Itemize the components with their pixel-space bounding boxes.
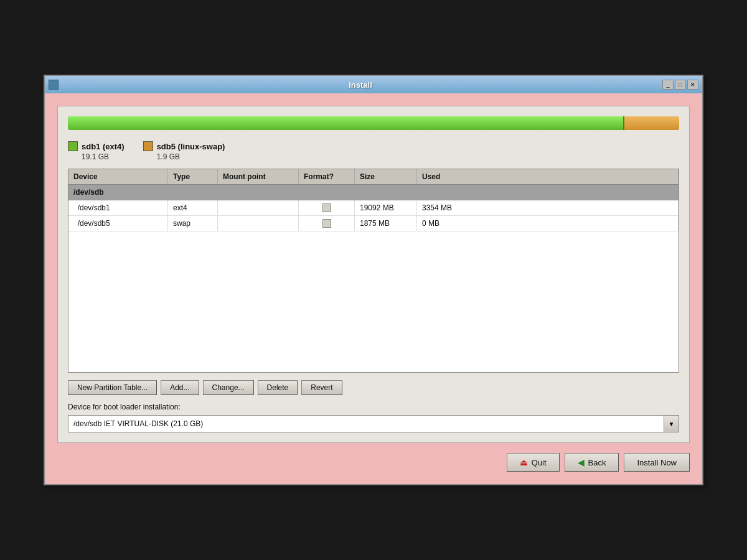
td-format-sdb5[interactable] (299, 216, 355, 231)
screen: Install _ □ ✕ sdb (31, 37, 716, 523)
bootloader-dropdown-arrow[interactable]: ▼ (664, 416, 679, 432)
revert-button[interactable]: Revert (301, 380, 342, 395)
legend-label-swap: sdb5 (linux-swap) (157, 142, 225, 151)
back-button[interactable]: ◀ Back (565, 453, 619, 472)
col-size: Size (355, 169, 417, 184)
table-header: Device Type Mount point Format? Size Use… (68, 169, 679, 185)
format-checkbox-sdb1[interactable] (322, 203, 331, 212)
bootloader-label: Device for boot loader installation: (68, 403, 679, 411)
add-button[interactable]: Add... (161, 380, 199, 395)
td-mount-sdb5 (218, 216, 299, 231)
titlebar: Install _ □ ✕ (45, 76, 702, 93)
main-content: sdb1 (ext4) 19.1 GB sdb5 (linux-swap) 1.… (57, 106, 690, 443)
quit-icon: ⏏ (520, 457, 528, 467)
td-used-sdb1: 3354 MB (417, 200, 679, 215)
col-device: Device (68, 169, 168, 184)
partition-legend: sdb1 (ext4) 19.1 GB sdb5 (linux-swap) 1.… (68, 141, 679, 161)
install-now-button[interactable]: Install Now (624, 453, 690, 472)
legend-item-ext4: sdb1 (ext4) 19.1 GB (68, 141, 125, 161)
table-row[interactable]: /dev/sdb1 ext4 19092 MB 3354 MB (68, 200, 679, 216)
td-type-sdb1: ext4 (168, 200, 218, 215)
partition-bar-swap (624, 116, 679, 130)
quit-label: Quit (532, 458, 547, 467)
partition-bar-ext4 (68, 116, 624, 130)
col-format: Format? (299, 169, 355, 184)
legend-color-swap (143, 141, 153, 151)
device-group-label: /dev/sdb (68, 185, 679, 200)
table-row[interactable]: /dev/sdb5 swap 1875 MB 0 MB (68, 216, 679, 231)
td-size-sdb5: 1875 MB (355, 216, 417, 231)
partition-bar (68, 116, 679, 130)
td-format-sdb1[interactable] (299, 200, 355, 215)
td-device-sdb1: /dev/sdb1 (68, 200, 168, 215)
quit-button[interactable]: ⏏ Quit (507, 453, 560, 472)
td-used-sdb5: 0 MB (417, 216, 679, 231)
partition-action-buttons: New Partition Table... Add... Change... … (68, 380, 679, 395)
legend-color-ext4 (68, 141, 78, 151)
td-mount-sdb1 (218, 200, 299, 215)
back-icon: ◀ (578, 457, 585, 467)
legend-item-swap: sdb5 (linux-swap) 1.9 GB (143, 141, 225, 161)
col-type: Type (168, 169, 218, 184)
col-used: Used (417, 169, 679, 184)
window-body: sdb1 (ext4) 19.1 GB sdb5 (linux-swap) 1.… (45, 93, 702, 484)
change-button[interactable]: Change... (203, 380, 254, 395)
format-checkbox-sdb5[interactable] (322, 219, 331, 228)
install-window: Install _ □ ✕ sdb (44, 75, 703, 485)
td-device-sdb5: /dev/sdb5 (68, 216, 168, 231)
maximize-button[interactable]: □ (675, 80, 686, 90)
device-group-row[interactable]: /dev/sdb (68, 185, 679, 200)
window-title: Install (59, 80, 662, 90)
install-now-label: Install Now (637, 458, 677, 467)
bootloader-section: Device for boot loader installation: /de… (68, 403, 679, 432)
close-button[interactable]: ✕ (687, 80, 698, 90)
td-size-sdb1: 19092 MB (355, 200, 417, 215)
legend-size-ext4: 19.1 GB (82, 152, 125, 161)
window-icon (49, 80, 59, 90)
col-mount: Mount point (218, 169, 299, 184)
titlebar-buttons: _ □ ✕ (662, 80, 698, 90)
nav-buttons: ⏏ Quit ◀ Back Install Now (57, 453, 690, 472)
delete-button[interactable]: Delete (258, 380, 298, 395)
new-partition-table-button[interactable]: New Partition Table... (68, 380, 157, 395)
bootloader-value: /dev/sdb IET VIRTUAL-DISK (21.0 GB) (68, 419, 664, 428)
legend-label-ext4: sdb1 (ext4) (82, 142, 125, 151)
legend-size-swap: 1.9 GB (157, 152, 225, 161)
back-label: Back (588, 458, 606, 467)
td-type-sdb5: swap (168, 216, 218, 231)
minimize-button[interactable]: _ (662, 80, 674, 90)
bootloader-dropdown[interactable]: /dev/sdb IET VIRTUAL-DISK (21.0 GB) ▼ (68, 415, 679, 432)
partition-table: Device Type Mount point Format? Size Use… (68, 169, 679, 373)
titlebar-left (49, 80, 59, 90)
